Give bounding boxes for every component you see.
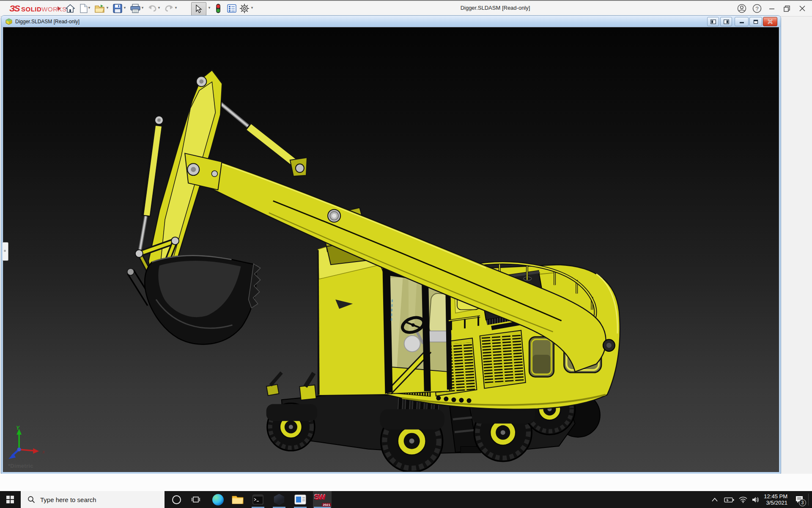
open-button[interactable] xyxy=(94,3,106,14)
edge-icon xyxy=(212,494,224,505)
wifi-button[interactable] xyxy=(737,491,749,508)
redo-button[interactable] xyxy=(163,3,175,14)
graphics-viewport[interactable]: Y x *Dimetric xyxy=(3,27,779,472)
command-prompt-icon xyxy=(252,494,263,505)
redo-caret[interactable]: ▼ xyxy=(174,6,178,10)
new-document-caret[interactable]: ▼ xyxy=(87,6,91,10)
solidworks-logo-glyph: ЗS xyxy=(9,3,19,13)
open-folder-icon xyxy=(95,4,105,13)
wifi-icon xyxy=(739,497,747,503)
search-icon xyxy=(27,496,35,503)
minimize-button[interactable] xyxy=(765,2,778,15)
print-icon xyxy=(130,4,140,13)
edge-button[interactable] xyxy=(209,491,226,508)
document-window: Digger.SLDASM [Read-only] xyxy=(1,16,781,474)
hexagon-app-button[interactable] xyxy=(271,491,288,508)
clock-time: 12:45 PM xyxy=(764,493,787,500)
triad-x-label: x xyxy=(42,449,45,454)
document-title: Digger.SLDASM [Read-only] xyxy=(15,19,80,25)
action-center-button[interactable]: 3 xyxy=(792,491,807,508)
cortana-button[interactable] xyxy=(168,491,185,508)
battery-button[interactable] xyxy=(722,491,736,508)
hexagon-app-icon xyxy=(274,494,285,505)
volume-icon xyxy=(752,497,760,503)
minimize-icon xyxy=(769,6,775,11)
doc-close-button[interactable] xyxy=(763,17,777,26)
maximize-restore-button[interactable] xyxy=(781,2,793,15)
file-explorer-button[interactable] xyxy=(229,491,246,508)
command-prompt-button[interactable] xyxy=(250,491,266,508)
task-view-button[interactable] xyxy=(187,491,204,508)
search-input[interactable] xyxy=(39,496,151,504)
app-titlebar: ЗS SOLIDWORKS ▼ ▼ ▼ ▼ ▼ ▼ ▼ ▼ Digger.SLD… xyxy=(0,0,812,17)
home-icon xyxy=(66,4,75,13)
chevron-up-icon xyxy=(712,498,718,502)
open-caret[interactable]: ▼ xyxy=(105,6,110,10)
doc-minimize-button[interactable] xyxy=(735,17,749,26)
blue-window-app-button[interactable] xyxy=(292,491,309,508)
tile-left-icon xyxy=(710,19,716,24)
solidworks-icon-letters: SW xyxy=(314,493,325,501)
status-strip xyxy=(0,474,812,491)
volume-button[interactable] xyxy=(749,491,762,508)
app-window-title: Digger.SLDASM [Read-only] xyxy=(461,5,530,11)
windows-logo-icon xyxy=(6,496,14,503)
notification-badge: 3 xyxy=(799,499,806,506)
task-pane-button[interactable] xyxy=(226,3,238,14)
solidworks-taskbar-button[interactable]: SW 2021 xyxy=(313,491,332,508)
solidworks-icon-year: 2021 xyxy=(322,503,331,507)
select-caret[interactable]: ▼ xyxy=(207,6,211,10)
task-pane-icon xyxy=(227,4,236,13)
brand-bold: SOLID xyxy=(21,6,41,13)
options-button[interactable] xyxy=(239,3,250,14)
rebuild-traffic-light-icon xyxy=(215,3,221,14)
tile-right-icon xyxy=(724,19,729,24)
undo-icon xyxy=(148,5,157,12)
cortana-icon xyxy=(172,495,181,504)
logo-expand-arrow[interactable] xyxy=(53,3,65,14)
select-cursor-icon xyxy=(195,5,202,13)
save-caret[interactable]: ▼ xyxy=(123,6,127,10)
taskbar: SW 2021 12:45 PM 3/5/2021 3 xyxy=(0,491,812,508)
start-button[interactable] xyxy=(0,491,20,508)
tray-chevron-button[interactable] xyxy=(709,491,721,508)
close-button[interactable] xyxy=(796,2,809,15)
redo-icon xyxy=(165,5,174,12)
restore-icon xyxy=(784,5,790,12)
solidworks-app-icon: SW 2021 xyxy=(314,493,330,506)
tile-right-button[interactable] xyxy=(720,17,732,26)
rebuild-button[interactable] xyxy=(212,3,224,14)
show-desktop-button[interactable] xyxy=(809,491,812,508)
help-button[interactable]: ? xyxy=(751,2,763,15)
task-view-icon xyxy=(192,495,200,504)
undo-caret[interactable]: ▼ xyxy=(157,6,161,10)
panel-splitter-handle[interactable] xyxy=(3,242,8,261)
taskbar-clock[interactable]: 12:45 PM 3/5/2021 xyxy=(761,491,787,508)
document-titlebar[interactable]: Digger.SLDASM [Read-only] xyxy=(1,16,781,27)
user-account-icon xyxy=(737,4,746,13)
battery-icon xyxy=(724,497,734,502)
tile-left-button[interactable] xyxy=(707,17,719,26)
taskbar-search[interactable] xyxy=(21,491,165,508)
doc-restore-icon xyxy=(753,19,758,24)
print-caret[interactable]: ▼ xyxy=(140,6,145,10)
play-arrow-icon xyxy=(57,6,61,11)
doc-restore-button[interactable] xyxy=(749,17,762,26)
blue-window-app-icon xyxy=(294,494,306,505)
assembly-file-icon xyxy=(5,18,13,25)
svg-text:?: ? xyxy=(755,6,758,12)
clock-date: 3/5/2021 xyxy=(766,500,787,506)
user-account-button[interactable] xyxy=(735,2,748,15)
help-icon: ? xyxy=(752,4,762,13)
doc-minimize-icon xyxy=(739,19,744,24)
home-button[interactable] xyxy=(64,3,76,14)
select-tool-button[interactable] xyxy=(191,2,206,16)
print-button[interactable] xyxy=(129,3,141,14)
save-button[interactable] xyxy=(112,3,123,14)
orientation-triad: Y x xyxy=(8,425,45,459)
close-icon xyxy=(799,6,805,11)
new-document-icon xyxy=(80,4,88,13)
options-caret[interactable]: ▼ xyxy=(250,6,254,10)
view-orientation-label: *Dimetric xyxy=(8,463,33,469)
undo-button[interactable] xyxy=(146,3,158,14)
